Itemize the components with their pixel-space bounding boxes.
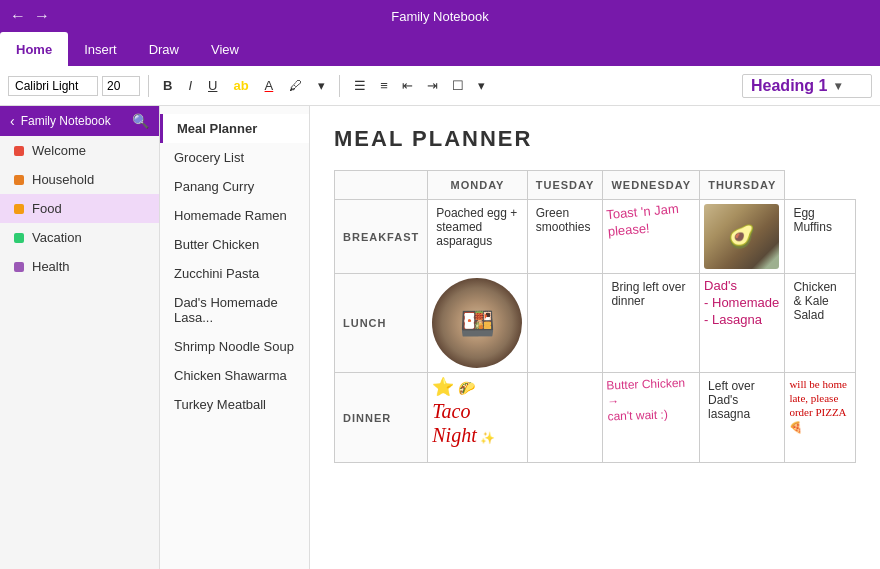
page-item-dads-lasagna[interactable]: Dad's Homemade Lasa... bbox=[160, 288, 309, 332]
row-header-lunch: LUNCH bbox=[335, 274, 428, 373]
cell-lunch-tuesday bbox=[527, 274, 603, 373]
page-item-zucchini-pasta[interactable]: Zucchini Pasta bbox=[160, 259, 309, 288]
page-item-chicken-shawarma[interactable]: Chicken Shawarma bbox=[160, 361, 309, 390]
col-header-empty bbox=[335, 171, 428, 200]
checkbox-button[interactable]: ☐ bbox=[446, 75, 470, 96]
page-item-panang-curry[interactable]: Panang Curry bbox=[160, 172, 309, 201]
separator-2 bbox=[339, 75, 340, 97]
section-item-household[interactable]: Household bbox=[0, 165, 159, 194]
italic-button[interactable]: I bbox=[182, 75, 198, 96]
font-size-input[interactable] bbox=[102, 76, 140, 96]
ribbon-tabs: Home Insert Draw View bbox=[0, 32, 880, 66]
window-nav: ← → bbox=[10, 7, 50, 25]
pages-panel: Meal Planner Grocery List Panang Curry H… bbox=[160, 106, 310, 569]
dinner-wednesday-handwriting: Butter Chicken →can't wait :) bbox=[607, 375, 696, 425]
row-header-dinner: DINNER bbox=[335, 373, 428, 463]
cell-breakfast-thursday: 🥑 bbox=[700, 200, 785, 274]
search-icon[interactable]: 🔍 bbox=[132, 113, 149, 129]
collapse-button[interactable]: ‹ bbox=[10, 113, 15, 129]
col-header-wednesday: WEDNESDAY bbox=[603, 171, 700, 200]
page-item-shrimp-noodle[interactable]: Shrimp Noodle Soup bbox=[160, 332, 309, 361]
cell-breakfast-wednesday: Toast 'n Jamplease! bbox=[603, 200, 700, 274]
taco-night-handwriting: ⭐ 🌮 TacoNight ✨ bbox=[432, 377, 522, 447]
dinner-thursday-text: Left over Dad's lasagna bbox=[708, 379, 755, 421]
cell-lunch-friday: Chicken & Kale Salad bbox=[785, 274, 856, 373]
lunch-wednesday-text: Bring left over dinner bbox=[611, 280, 685, 308]
page-item-grocery-list[interactable]: Grocery List bbox=[160, 143, 309, 172]
lunch-thursday-handwriting: Dad's- Homemade- Lasagna bbox=[704, 278, 779, 327]
notebook-title: Family Notebook bbox=[21, 114, 111, 128]
toolbar: B I U ab A 🖊 ▾ ☰ ≡ ⇤ ⇥ ☐ ▾ Heading 1 ▾ bbox=[0, 66, 880, 106]
notebook-panel: ‹ Family Notebook 🔍 Welcome Household Fo… bbox=[0, 106, 160, 569]
cell-breakfast-monday: Poached egg + steamed asparagus bbox=[428, 200, 527, 274]
section-item-welcome[interactable]: Welcome bbox=[0, 136, 159, 165]
title-bar: ← → Family Notebook bbox=[0, 0, 880, 32]
cell-dinner-tuesday bbox=[527, 373, 603, 463]
lunch-friday-text: Chicken & Kale Salad bbox=[793, 280, 836, 322]
indent-decrease-button[interactable]: ⇤ bbox=[396, 75, 419, 96]
avocado-toast-image: 🥑 bbox=[704, 204, 779, 269]
checklist-dropdown[interactable]: ▾ bbox=[472, 75, 491, 96]
separator-1 bbox=[148, 75, 149, 97]
section-item-vacation[interactable]: Vacation bbox=[0, 223, 159, 252]
table-row-breakfast: BREAKFAST Poached egg + steamed asparagu… bbox=[335, 200, 856, 274]
cell-breakfast-friday: Egg Muffins bbox=[785, 200, 856, 274]
breakfast-wednesday-handwriting: Toast 'n Jamplease! bbox=[606, 201, 681, 241]
section-label-vacation: Vacation bbox=[32, 230, 82, 245]
eraser-button[interactable]: 🖊 bbox=[283, 75, 308, 96]
grain-bowl-image: 🍱 bbox=[432, 278, 522, 368]
main-layout: ‹ Family Notebook 🔍 Welcome Household Fo… bbox=[0, 106, 880, 569]
back-button[interactable]: ← bbox=[10, 7, 26, 25]
page-item-meal-planner[interactable]: Meal Planner bbox=[160, 114, 309, 143]
tab-home[interactable]: Home bbox=[0, 32, 68, 66]
bullet-list-button[interactable]: ☰ bbox=[348, 75, 372, 96]
dinner-friday-handwriting: will be home late, please order PIZZA 🍕 bbox=[789, 378, 846, 433]
cell-breakfast-tuesday: Green smoothies bbox=[527, 200, 603, 274]
section-label-welcome: Welcome bbox=[32, 143, 86, 158]
forward-button[interactable]: → bbox=[34, 7, 50, 25]
page-item-homemade-ramen[interactable]: Homemade Ramen bbox=[160, 201, 309, 230]
section-item-health[interactable]: Health bbox=[0, 252, 159, 281]
app-title: Family Notebook bbox=[391, 9, 489, 24]
tab-insert[interactable]: Insert bbox=[68, 32, 133, 66]
breakfast-friday-text: Egg Muffins bbox=[793, 206, 831, 234]
table-row-lunch: LUNCH 🍱 Bring left over dinner Dad's- Ho… bbox=[335, 274, 856, 373]
cell-dinner-thursday: Left over Dad's lasagna bbox=[700, 373, 785, 463]
highlight-button[interactable]: ab bbox=[227, 75, 254, 96]
cell-lunch-thursday: Dad's- Homemade- Lasagna bbox=[700, 274, 785, 373]
section-item-food[interactable]: Food bbox=[0, 194, 159, 223]
row-header-breakfast: BREAKFAST bbox=[335, 200, 428, 274]
content-area: MEAL PLANNER MONDAY TUESDAY WEDNESDAY TH… bbox=[310, 106, 880, 569]
section-dot-welcome bbox=[14, 146, 24, 156]
sections-list: Welcome Household Food Vacation Health bbox=[0, 136, 159, 569]
col-header-thursday: THURSDAY bbox=[700, 171, 785, 200]
list-buttons: ☰ ≡ ⇤ ⇥ ☐ ▾ bbox=[348, 75, 491, 96]
breakfast-monday-text: Poached egg + steamed asparagus bbox=[436, 206, 517, 248]
section-label-health: Health bbox=[32, 259, 70, 274]
breakfast-tuesday-text: Green smoothies bbox=[536, 206, 591, 234]
page-item-butter-chicken[interactable]: Butter Chicken bbox=[160, 230, 309, 259]
page-title: MEAL PLANNER bbox=[334, 126, 856, 152]
section-dot-household bbox=[14, 175, 24, 185]
numbered-list-button[interactable]: ≡ bbox=[374, 75, 394, 96]
font-color-button[interactable]: A bbox=[259, 75, 280, 96]
bold-button[interactable]: B bbox=[157, 75, 178, 96]
font-name-input[interactable] bbox=[8, 76, 98, 96]
section-label-food: Food bbox=[32, 201, 62, 216]
cell-dinner-wednesday: Butter Chicken →can't wait :) bbox=[603, 373, 700, 463]
format-dropdown[interactable]: ▾ bbox=[312, 75, 331, 96]
cell-dinner-friday: will be home late, please order PIZZA 🍕 bbox=[785, 373, 856, 463]
tab-draw[interactable]: Draw bbox=[133, 32, 195, 66]
table-header-row: MONDAY TUESDAY WEDNESDAY THURSDAY bbox=[335, 171, 856, 200]
underline-button[interactable]: U bbox=[202, 75, 223, 96]
page-item-turkey-meatball[interactable]: Turkey Meatball bbox=[160, 390, 309, 419]
col-header-monday: MONDAY bbox=[428, 171, 527, 200]
indent-increase-button[interactable]: ⇥ bbox=[421, 75, 444, 96]
meal-planner-table: MONDAY TUESDAY WEDNESDAY THURSDAY BREAKF… bbox=[334, 170, 856, 463]
tab-view[interactable]: View bbox=[195, 32, 255, 66]
heading-selector[interactable]: Heading 1 ▾ bbox=[742, 74, 872, 98]
heading-dropdown-icon[interactable]: ▾ bbox=[831, 77, 845, 95]
section-dot-vacation bbox=[14, 233, 24, 243]
table-row-dinner: DINNER ⭐ 🌮 TacoNight ✨ Butter Chicken →c… bbox=[335, 373, 856, 463]
heading-label: Heading 1 bbox=[751, 77, 827, 95]
